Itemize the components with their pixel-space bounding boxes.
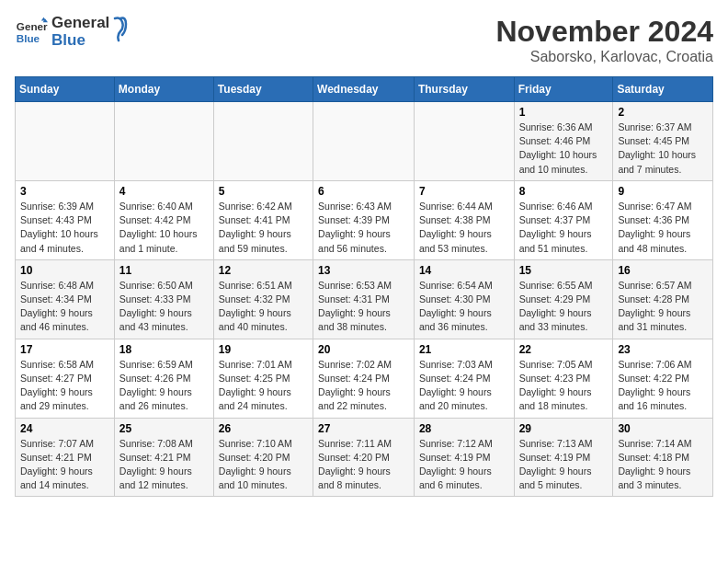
calendar-cell: 11Sunrise: 6:50 AMSunset: 4:33 PMDayligh…: [114, 259, 213, 339]
calendar-week-row: 10Sunrise: 6:48 AMSunset: 4:34 PMDayligh…: [16, 259, 713, 339]
day-number: 16: [618, 264, 708, 277]
calendar-week-row: 24Sunrise: 7:07 AMSunset: 4:21 PMDayligh…: [16, 418, 713, 497]
day-info: Sunrise: 7:05 AMSunset: 4:23 PMDaylight:…: [519, 358, 609, 414]
day-number: 27: [318, 422, 409, 435]
weekday-header: Saturday: [613, 77, 713, 102]
calendar-cell: 12Sunrise: 6:51 AMSunset: 4:32 PMDayligh…: [213, 259, 313, 339]
day-info: Sunrise: 6:55 AMSunset: 4:29 PMDaylight:…: [519, 279, 609, 335]
calendar-cell: 29Sunrise: 7:13 AMSunset: 4:19 PMDayligh…: [514, 418, 613, 497]
day-info: Sunrise: 6:37 AMSunset: 4:45 PMDaylight:…: [618, 121, 708, 177]
day-number: 8: [519, 185, 609, 198]
calendar-cell: 4Sunrise: 6:40 AMSunset: 4:42 PMDaylight…: [114, 180, 213, 259]
day-number: 21: [419, 343, 509, 356]
day-number: 13: [318, 264, 409, 277]
day-info: Sunrise: 6:58 AMSunset: 4:27 PMDaylight:…: [20, 358, 109, 414]
day-info: Sunrise: 7:07 AMSunset: 4:21 PMDaylight:…: [20, 437, 109, 493]
day-info: Sunrise: 6:36 AMSunset: 4:46 PMDaylight:…: [519, 121, 609, 177]
day-info: Sunrise: 6:46 AMSunset: 4:37 PMDaylight:…: [519, 200, 609, 256]
day-number: 9: [618, 185, 708, 198]
calendar-cell: 9Sunrise: 6:47 AMSunset: 4:36 PMDaylight…: [613, 180, 713, 259]
calendar-cell: 7Sunrise: 6:44 AMSunset: 4:38 PMDaylight…: [414, 180, 514, 259]
calendar-cell: 26Sunrise: 7:10 AMSunset: 4:20 PMDayligh…: [213, 418, 313, 497]
calendar-cell: 19Sunrise: 7:01 AMSunset: 4:25 PMDayligh…: [213, 339, 313, 418]
calendar-cell: 22Sunrise: 7:05 AMSunset: 4:23 PMDayligh…: [514, 339, 613, 418]
calendar-table: SundayMondayTuesdayWednesdayThursdayFrid…: [15, 76, 713, 497]
calendar-cell: 1Sunrise: 6:36 AMSunset: 4:46 PMDaylight…: [514, 102, 613, 181]
day-info: Sunrise: 6:40 AMSunset: 4:42 PMDaylight:…: [119, 200, 209, 256]
day-info: Sunrise: 7:02 AMSunset: 4:24 PMDaylight:…: [318, 358, 409, 414]
page-header: General Blue General Blue November 2024 …: [15, 15, 713, 65]
day-info: Sunrise: 7:12 AMSunset: 4:19 PMDaylight:…: [419, 437, 509, 493]
month-title: November 2024: [495, 15, 713, 49]
day-number: 22: [519, 343, 609, 356]
calendar-week-row: 17Sunrise: 6:58 AMSunset: 4:27 PMDayligh…: [16, 339, 713, 418]
calendar-cell: [213, 102, 313, 181]
calendar-cell: 2Sunrise: 6:37 AMSunset: 4:45 PMDaylight…: [613, 102, 713, 181]
calendar-cell: 3Sunrise: 6:39 AMSunset: 4:43 PMDaylight…: [16, 180, 115, 259]
day-number: 29: [519, 422, 609, 435]
logo: General Blue General Blue: [15, 15, 128, 49]
day-info: Sunrise: 6:53 AMSunset: 4:31 PMDaylight:…: [318, 279, 409, 335]
calendar-cell: 21Sunrise: 7:03 AMSunset: 4:24 PMDayligh…: [414, 339, 514, 418]
calendar-cell: 25Sunrise: 7:08 AMSunset: 4:21 PMDayligh…: [114, 418, 213, 497]
calendar-header-row: SundayMondayTuesdayWednesdayThursdayFrid…: [16, 77, 713, 102]
day-number: 12: [219, 264, 308, 277]
calendar-cell: 28Sunrise: 7:12 AMSunset: 4:19 PMDayligh…: [414, 418, 514, 497]
calendar-cell: 13Sunrise: 6:53 AMSunset: 4:31 PMDayligh…: [313, 259, 415, 339]
day-number: 7: [419, 185, 509, 198]
day-number: 10: [20, 264, 109, 277]
calendar-cell: 15Sunrise: 6:55 AMSunset: 4:29 PMDayligh…: [514, 259, 613, 339]
calendar-cell: 6Sunrise: 6:43 AMSunset: 4:39 PMDaylight…: [313, 180, 415, 259]
day-number: 11: [119, 264, 209, 277]
day-number: 17: [20, 343, 109, 356]
day-info: Sunrise: 7:11 AMSunset: 4:20 PMDaylight:…: [318, 437, 409, 493]
day-number: 20: [318, 343, 409, 356]
calendar-cell: 5Sunrise: 6:42 AMSunset: 4:41 PMDaylight…: [213, 180, 313, 259]
logo-text-blue: Blue: [51, 32, 109, 50]
logo-icon: General Blue: [15, 16, 48, 49]
calendar-cell: 8Sunrise: 6:46 AMSunset: 4:37 PMDaylight…: [514, 180, 613, 259]
day-info: Sunrise: 7:13 AMSunset: 4:19 PMDaylight:…: [519, 437, 609, 493]
day-number: 28: [419, 422, 509, 435]
day-info: Sunrise: 6:42 AMSunset: 4:41 PMDaylight:…: [219, 200, 308, 256]
day-info: Sunrise: 6:43 AMSunset: 4:39 PMDaylight:…: [318, 200, 409, 256]
day-number: 1: [519, 106, 609, 119]
day-info: Sunrise: 6:57 AMSunset: 4:28 PMDaylight:…: [618, 279, 708, 335]
calendar-cell: [414, 102, 514, 181]
day-info: Sunrise: 7:14 AMSunset: 4:18 PMDaylight:…: [618, 437, 708, 493]
logo-wave-icon: [108, 17, 128, 42]
day-number: 25: [119, 422, 209, 435]
calendar-cell: 14Sunrise: 6:54 AMSunset: 4:30 PMDayligh…: [414, 259, 514, 339]
day-info: Sunrise: 6:59 AMSunset: 4:26 PMDaylight:…: [119, 358, 209, 414]
calendar-cell: 24Sunrise: 7:07 AMSunset: 4:21 PMDayligh…: [16, 418, 115, 497]
calendar-week-row: 3Sunrise: 6:39 AMSunset: 4:43 PMDaylight…: [16, 180, 713, 259]
calendar-cell: 17Sunrise: 6:58 AMSunset: 4:27 PMDayligh…: [16, 339, 115, 418]
calendar-cell: [114, 102, 213, 181]
weekday-header: Tuesday: [213, 77, 313, 102]
day-number: 6: [318, 185, 409, 198]
svg-text:Blue: Blue: [17, 31, 40, 43]
day-number: 23: [618, 343, 708, 356]
day-info: Sunrise: 6:39 AMSunset: 4:43 PMDaylight:…: [20, 200, 109, 256]
day-info: Sunrise: 7:10 AMSunset: 4:20 PMDaylight:…: [219, 437, 308, 493]
day-info: Sunrise: 6:50 AMSunset: 4:33 PMDaylight:…: [119, 279, 209, 335]
day-number: 3: [20, 185, 109, 198]
weekday-header: Friday: [514, 77, 613, 102]
day-info: Sunrise: 7:03 AMSunset: 4:24 PMDaylight:…: [419, 358, 509, 414]
day-number: 24: [20, 422, 109, 435]
day-number: 2: [618, 106, 708, 119]
logo-text-general: General: [51, 15, 109, 32]
calendar-cell: 20Sunrise: 7:02 AMSunset: 4:24 PMDayligh…: [313, 339, 415, 418]
day-number: 15: [519, 264, 609, 277]
day-info: Sunrise: 6:51 AMSunset: 4:32 PMDaylight:…: [219, 279, 308, 335]
day-info: Sunrise: 6:44 AMSunset: 4:38 PMDaylight:…: [419, 200, 509, 256]
day-info: Sunrise: 7:08 AMSunset: 4:21 PMDaylight:…: [119, 437, 209, 493]
calendar-cell: 10Sunrise: 6:48 AMSunset: 4:34 PMDayligh…: [16, 259, 115, 339]
day-number: 26: [219, 422, 308, 435]
day-number: 18: [119, 343, 209, 356]
calendar-week-row: 1Sunrise: 6:36 AMSunset: 4:46 PMDaylight…: [16, 102, 713, 181]
title-area: November 2024 Saborsko, Karlovac, Croati…: [495, 15, 713, 65]
calendar-cell: [16, 102, 115, 181]
day-number: 4: [119, 185, 209, 198]
day-number: 14: [419, 264, 509, 277]
